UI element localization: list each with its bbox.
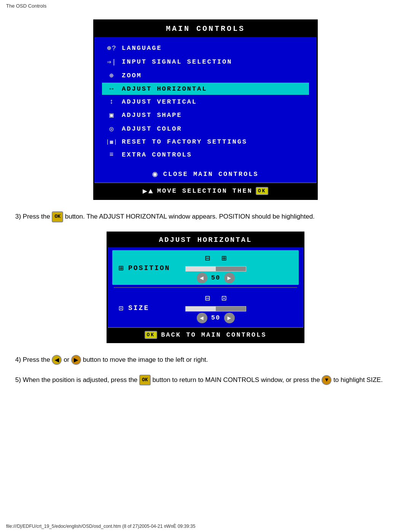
extra-controls-icon: ≡ — [105, 151, 119, 158]
menu-item-adjust-shape[interactable]: ▣ ADJUST SHAPE — [102, 109, 309, 121]
header-title: The OSD Controls — [6, 3, 46, 9]
adjust-horizontal-label: ADJUST HORIZONTAL — [122, 85, 207, 93]
adjust-horizontal-title: ADJUST HORIZONTAL — [108, 233, 303, 247]
position-increase-icon: ⊞ — [221, 253, 226, 264]
position-bottom-row: ◀ 50 ▶ — [197, 273, 235, 283]
position-left-arrow[interactable]: ◀ — [197, 273, 207, 283]
menu-item-adjust-vertical[interactable]: ↕ ADJUST VERTICAL — [102, 96, 309, 108]
nav-text: MOVE SELECTION THEN — [157, 187, 253, 195]
menu-item-extra-controls[interactable]: ≡ EXTRA CONTROLS — [102, 149, 309, 161]
position-decrease-icon: ⊟ — [205, 253, 210, 264]
instruction-5-before: 5) When the position is adjusted, press … — [15, 376, 137, 383]
position-value: 50 — [211, 274, 220, 281]
menu-item-input-signal[interactable]: ⇒| INPUT SIGNAL SELECTION — [102, 55, 309, 68]
page-footer: file:///D|/EDFU/crt_19_5/edoc/english/OS… — [6, 524, 195, 529]
instruction-4-before: 4) Press the — [15, 356, 50, 363]
adjust-shape-icon: ▣ — [105, 111, 119, 119]
adjust-shape-label: ADJUST SHAPE — [122, 112, 182, 119]
adjust-horizontal-icon: ↔ — [105, 85, 119, 93]
position-progress-bar — [185, 266, 246, 272]
size-controls: ⊟ ⊡ ◀ 50 ▶ — [185, 293, 246, 323]
nav-bar: ▶▲ MOVE SELECTION THEN OK — [94, 182, 317, 199]
main-controls-title: MAIN CONTROLS — [94, 21, 317, 37]
instruction-5: 5) When the position is adjusted, press … — [11, 375, 400, 386]
position-row[interactable]: ⊞ POSITION ⊟ ⊞ ◀ 50 ▶ — [112, 250, 299, 285]
size-decrease-icon: ⊟ — [205, 293, 210, 304]
size-value: 50 — [211, 314, 220, 321]
close-main-controls-row[interactable]: ◉ CLOSE MAIN CONTROLS — [94, 165, 317, 182]
down-button-inline[interactable]: ▼ — [322, 375, 331, 385]
reset-icon: |▦| — [105, 139, 119, 145]
position-icon: ⊞ — [114, 263, 128, 273]
size-increase-icon: ⊡ — [221, 293, 226, 304]
size-top-icons: ⊟ ⊡ — [205, 293, 227, 304]
size-right-arrow[interactable]: ▶ — [224, 313, 235, 323]
ok-badge: OK — [256, 187, 269, 195]
instruction-4-or: or — [64, 356, 71, 363]
adjust-vertical-label: ADJUST VERTICAL — [122, 98, 197, 105]
instruction-3-before: 3) Press the — [15, 213, 50, 220]
size-label: SIZE — [128, 304, 178, 312]
instruction-3-middle: button. The ADJUST HORIZONTAL window app… — [65, 213, 315, 220]
zoom-label: ZOOM — [122, 72, 142, 79]
divider — [114, 287, 297, 288]
size-row[interactable]: ⊡ SIZE ⊟ ⊡ ◀ 50 ▶ — [114, 290, 297, 325]
ok-button-inline-5[interactable]: OK — [139, 375, 151, 385]
zoom-icon: ⊕ — [105, 71, 119, 80]
size-left-arrow[interactable]: ◀ — [197, 313, 207, 323]
left-arrow-button[interactable]: ◀ — [52, 355, 62, 365]
extra-controls-label: EXTRA CONTROLS — [122, 151, 192, 158]
close-label: CLOSE MAIN CONTROLS — [163, 171, 259, 178]
position-right-arrow[interactable]: ▶ — [224, 273, 235, 283]
menu-item-adjust-horizontal[interactable]: ↔ ADJUST HORIZONTAL — [102, 83, 309, 95]
instruction-5-middle: button to return to MAIN CONTROLS window… — [152, 376, 320, 383]
back-to-main-controls-row[interactable]: OK BACK TO MAIN CONTROLS — [108, 327, 303, 342]
adjust-vertical-icon: ↕ — [105, 98, 119, 105]
size-progress-bar — [185, 306, 246, 312]
position-label: POSITION — [128, 264, 178, 272]
adjust-color-label: ADJUST COLOR — [122, 125, 182, 133]
nav-icons: ▶▲ — [143, 186, 154, 196]
instruction-5-end: to highlight SIZE. — [333, 376, 382, 383]
instruction-4: 4) Press the ◀ or ▶ button to move the i… — [11, 355, 400, 366]
position-top-icons: ⊟ ⊞ — [205, 253, 227, 264]
language-label: LANGUAGE — [122, 45, 162, 52]
size-bottom-row: ◀ 50 ▶ — [197, 313, 235, 323]
language-icon: ⊕? — [105, 44, 119, 52]
main-controls-osd: MAIN CONTROLS ⊕? LANGUAGE ⇒| INPUT SIGNA… — [93, 19, 318, 200]
back-label: BACK TO MAIN CONTROLS — [161, 331, 266, 339]
right-arrow-button[interactable]: ▶ — [71, 355, 81, 365]
ok-button-inline[interactable]: OK — [52, 211, 63, 222]
size-progress-fill — [186, 307, 216, 311]
input-signal-icon: ⇒| — [105, 58, 119, 66]
menu-item-reset[interactable]: |▦| RESET TO FACTORY SETTINGS — [102, 136, 309, 148]
adjust-section: ⊞ POSITION ⊟ ⊞ ◀ 50 ▶ — [108, 247, 303, 327]
adjust-color-icon: ◎ — [105, 125, 119, 133]
menu-item-language[interactable]: ⊕? LANGUAGE — [102, 42, 309, 54]
position-progress-fill — [186, 267, 216, 271]
menu-item-adjust-color[interactable]: ◎ ADJUST COLOR — [102, 122, 309, 135]
adjust-horizontal-osd: ADJUST HORIZONTAL ⊞ POSITION ⊟ ⊞ ◀ 50 — [107, 232, 304, 343]
menu-item-zoom[interactable]: ⊕ ZOOM — [102, 69, 309, 82]
input-signal-label: INPUT SIGNAL SELECTION — [122, 58, 232, 66]
size-icon: ⊡ — [114, 304, 128, 313]
page-header: The OSD Controls — [0, 0, 411, 12]
main-controls-menu: ⊕? LANGUAGE ⇒| INPUT SIGNAL SELECTION ⊕ … — [94, 37, 317, 165]
footer-text: file:///D|/EDFU/crt_19_5/edoc/english/OS… — [6, 524, 195, 529]
instruction-4-end: button to move the image to the left or … — [83, 356, 208, 363]
content-area: MAIN CONTROLS ⊕? LANGUAGE ⇒| INPUT SIGNA… — [0, 12, 411, 403]
reset-label: RESET TO FACTORY SETTINGS — [122, 138, 247, 145]
position-controls: ⊟ ⊞ ◀ 50 ▶ — [185, 253, 246, 283]
back-ok-icon: OK — [145, 331, 158, 339]
instruction-3: 3) Press the OK button. The ADJUST HORIZ… — [11, 211, 400, 222]
close-icon: ◉ — [152, 169, 158, 179]
